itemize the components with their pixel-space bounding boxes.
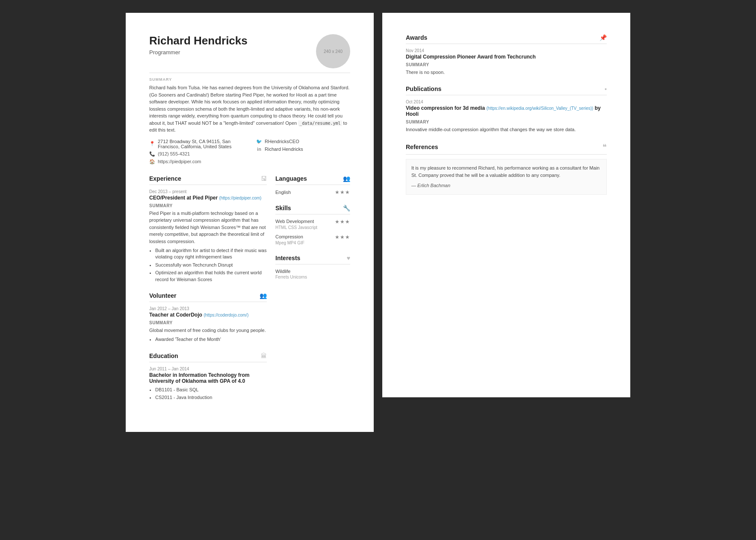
skills-header: Skills 🔧 (275, 205, 350, 214)
education-entry-0: Jun 2011 – Jan 2014 Bachelor in Informat… (149, 367, 267, 401)
reference-quote: It is my pleasure to recommend Richard, … (411, 164, 601, 179)
volunteer-date: Jan 2012 – Jan 2013 (149, 306, 267, 311)
volunteer-description: Global movement of free coding clubs for… (149, 327, 267, 334)
lang-item-0: English ★★★ (275, 189, 350, 195)
volunteer-bullets: Awarded 'Teacher of the Month' (155, 336, 267, 343)
education-bullets: DB1101 - Basic SQL CS2011 - Java Introdu… (155, 387, 267, 401)
left-page: Richard Hendricks Programmer 240 x 240 S… (126, 13, 374, 432)
experience-bullets: Built an algorithm for artist to detect … (155, 247, 267, 283)
awards-entry-title: Digital Compression Pioneer Award from T… (406, 54, 607, 60)
experience-summary-label: SUMMARY (149, 203, 267, 208)
candidate-title: Programmer (149, 49, 248, 56)
education-header: Education 🏛 (149, 352, 267, 362)
education-degree: Bachelor in Information Technology from … (149, 372, 267, 384)
publications-entry-title: Video compression for 3d media (https://… (406, 105, 607, 117)
interests-header: Interests ♥ (275, 255, 350, 264)
interests-icon: ♥ (347, 255, 350, 261)
reference-entry-0: It is my pleasure to recommend Richard, … (406, 159, 607, 195)
bullet-item: DB1101 - Basic SQL (155, 387, 267, 393)
col-right: Languages 👥 English ★★★ Skills 🔧 Web Dev… (275, 175, 350, 411)
experience-icon: 🖫 (261, 175, 267, 182)
experience-section: Experience 🖫 Dec 2013 – present CEO/Pres… (149, 175, 267, 283)
contact-linkedin: in Richard Hendricks (256, 147, 350, 152)
right-page: Awards 📌 Nov 2014 Digital Compression Pi… (382, 13, 630, 397)
contact-twitter: 🐦 RHendricksCEO (256, 139, 350, 144)
publications-title: Publications (406, 85, 441, 92)
awards-date: Nov 2014 (406, 48, 607, 53)
interest-item-0: Wildlife Ferrets Unicorns (275, 269, 350, 279)
website-icon: 🏠 (149, 159, 155, 164)
publications-description: Innovative middle-out compression algori… (406, 126, 607, 133)
experience-entry-0: Dec 2013 – present CEO/President at Pied… (149, 189, 267, 283)
skill-item-1: Compression ★★★ Mpeg MP4 GIF (275, 234, 350, 245)
linkedin-icon: in (256, 147, 262, 152)
languages-title: Languages (275, 175, 307, 182)
phone-icon: 📞 (149, 151, 155, 157)
publications-section: Publications ▪ Oct 2014 Video compressio… (406, 85, 607, 133)
publication-link[interactable]: (https://en.wikipedia.org/wiki/Silicon_V… (487, 106, 594, 111)
experience-title: Experience (149, 175, 181, 182)
volunteer-section: Volunteer 👥 Jan 2012 – Jan 2013 Teacher … (149, 292, 267, 343)
references-section: References ❝ It is my pleasure to recomm… (406, 142, 607, 195)
references-title: References (406, 144, 438, 150)
experience-role: CEO/President at Pied Piper (https://pie… (149, 195, 267, 201)
experience-header: Experience 🖫 (149, 175, 267, 185)
bullet-item: Awarded 'Teacher of the Month' (155, 336, 267, 343)
references-header: References ❝ (406, 142, 607, 155)
volunteer-company-link[interactable]: (https://coderdojo.com/) (204, 313, 248, 317)
education-section: Education 🏛 Jun 2011 – Jan 2014 Bachelor… (149, 352, 267, 401)
col-left: Experience 🖫 Dec 2013 – present CEO/Pres… (149, 175, 267, 411)
volunteer-role: Teacher at CoderDojo (https://coderdojo.… (149, 312, 267, 318)
skills-icon: 🔧 (343, 205, 350, 211)
education-icon: 🏛 (261, 352, 267, 359)
publications-date: Oct 2014 (406, 100, 607, 104)
volunteer-title: Volunteer (149, 292, 177, 299)
header-divider (149, 73, 350, 73)
education-title: Education (149, 352, 178, 359)
experience-company-link[interactable]: (https://piedpiper.com) (219, 196, 261, 200)
skill-item-0: Web Development ★★★ HTML CSS Javascript (275, 219, 350, 230)
skills-section: Skills 🔧 Web Development ★★★ HTML CSS Ja… (275, 205, 350, 245)
publications-icon: ▪ (605, 85, 607, 92)
languages-icon: 👥 (343, 175, 350, 182)
contact-website: 🏠 https://piedpiper.com (149, 159, 243, 164)
website-link[interactable]: https://piedpiper.com (158, 159, 201, 164)
header-section: Richard Hendricks Programmer 240 x 240 S… (149, 34, 350, 167)
volunteer-header: Volunteer 👥 (149, 292, 267, 302)
name-title-block: Richard Hendricks Programmer (149, 34, 248, 60)
location-icon: 📍 (149, 141, 155, 147)
interests-section: Interests ♥ Wildlife Ferrets Unicorns (275, 255, 350, 279)
awards-icon: 📌 (599, 34, 607, 41)
references-icon: ❝ (602, 142, 607, 152)
bullet-item: Built an algorithm for artist to detect … (155, 247, 267, 261)
bullet-item: Optimized an algorithm that holds the cu… (155, 270, 267, 283)
header-top: Richard Hendricks Programmer 240 x 240 (149, 34, 350, 68)
summary-code: _data/resume.yml (298, 120, 342, 126)
candidate-name: Richard Hendricks (149, 34, 248, 47)
contact-row: 📍 2712 Broadway St, CA 94115, San Franci… (149, 139, 350, 167)
awards-summary-label: SUMMARY (406, 62, 607, 67)
phone-link[interactable]: (912) 555-4321 (158, 151, 190, 156)
awards-entry-0: Nov 2014 Digital Compression Pioneer Awa… (406, 48, 607, 76)
languages-header: Languages 👥 (275, 175, 350, 185)
awards-title: Awards (406, 34, 427, 41)
volunteer-icon: 👥 (260, 292, 267, 299)
twitter-icon: 🐦 (256, 139, 262, 144)
summary-label: SUMMARY (149, 77, 350, 82)
bullet-item: Successfully won Techcrunch Disrupt (155, 262, 267, 268)
contact-phone: 📞 (912) 555-4321 (149, 151, 243, 157)
volunteer-entry-0: Jan 2012 – Jan 2013 Teacher at CoderDojo… (149, 306, 267, 343)
contact-left: 📍 2712 Broadway St, CA 94115, San Franci… (149, 139, 243, 167)
awards-section: Awards 📌 Nov 2014 Digital Compression Pi… (406, 34, 607, 76)
languages-section: Languages 👥 English ★★★ (275, 175, 350, 195)
skills-title: Skills (275, 205, 291, 211)
publications-summary-label: SUMMARY (406, 120, 607, 124)
summary-text: Richard hails from Tulsa. He has earned … (149, 84, 350, 134)
contact-right: 🐦 RHendricksCEO in Richard Hendricks (256, 139, 350, 167)
main-content: Experience 🖫 Dec 2013 – present CEO/Pres… (149, 175, 350, 411)
education-date: Jun 2011 – Jan 2014 (149, 367, 267, 371)
interests-title: Interests (275, 255, 300, 261)
publications-entry-0: Oct 2014 Video compression for 3d media … (406, 100, 607, 133)
experience-description: Pied Piper is a multi-platform technolog… (149, 210, 267, 245)
experience-date: Dec 2013 – present (149, 189, 267, 194)
